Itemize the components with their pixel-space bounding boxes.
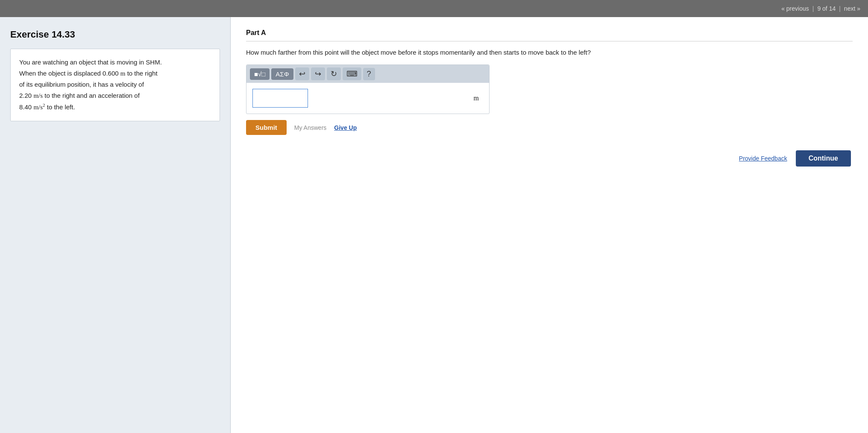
provide-feedback-button[interactable]: Provide Feedback xyxy=(739,155,787,162)
part-a-label: Part A xyxy=(246,29,853,41)
separator-1: | xyxy=(812,5,814,12)
unit-label: m xyxy=(474,94,483,102)
math-symbol-icon: ■√□ xyxy=(254,70,265,78)
redo-button[interactable]: ↪ xyxy=(311,67,325,80)
math-toolbar: ■√□ ΑΣΦ ↩ ↪ ↻ ⌨ ? xyxy=(246,65,489,83)
keyboard-button[interactable]: ⌨ xyxy=(343,67,361,80)
main-layout: Exercise 14.33 You are watching an objec… xyxy=(0,17,868,433)
problem-text: You are watching an object that is movin… xyxy=(19,59,162,111)
reset-button[interactable]: ↻ xyxy=(327,67,341,80)
problem-box: You are watching an object that is movin… xyxy=(10,49,220,121)
my-answers-button[interactable]: My Answers xyxy=(294,124,326,131)
left-panel: Exercise 14.33 You are watching an objec… xyxy=(0,17,231,433)
math-input-button[interactable]: ■√□ xyxy=(250,68,270,80)
submit-button[interactable]: Submit xyxy=(246,120,287,135)
separator-2: | xyxy=(839,5,841,12)
exercise-title: Exercise 14.33 xyxy=(10,29,220,40)
greek-symbol-icon: ΑΣΦ xyxy=(276,70,289,78)
give-up-button[interactable]: Give Up xyxy=(334,124,357,131)
previous-link[interactable]: « previous xyxy=(781,5,809,12)
progress-indicator: 9 of 14 xyxy=(817,5,836,12)
answer-input-row: m xyxy=(246,83,489,114)
undo-button[interactable]: ↩ xyxy=(295,67,309,80)
answer-container: ■√□ ΑΣΦ ↩ ↪ ↻ ⌨ ? m xyxy=(246,64,490,114)
help-button[interactable]: ? xyxy=(363,68,375,80)
bottom-row: Provide Feedback Continue xyxy=(246,150,853,167)
question-text: How much farther from this point will th… xyxy=(246,47,618,58)
right-panel: Part A How much farther from this point … xyxy=(231,17,868,433)
continue-button[interactable]: Continue xyxy=(796,150,851,167)
greek-symbols-button[interactable]: ΑΣΦ xyxy=(271,68,293,80)
answer-input[interactable] xyxy=(252,89,308,108)
action-row: Submit My Answers Give Up xyxy=(246,120,490,135)
top-navigation-bar: « previous | 9 of 14 | next » xyxy=(0,0,868,17)
next-link[interactable]: next » xyxy=(844,5,860,12)
